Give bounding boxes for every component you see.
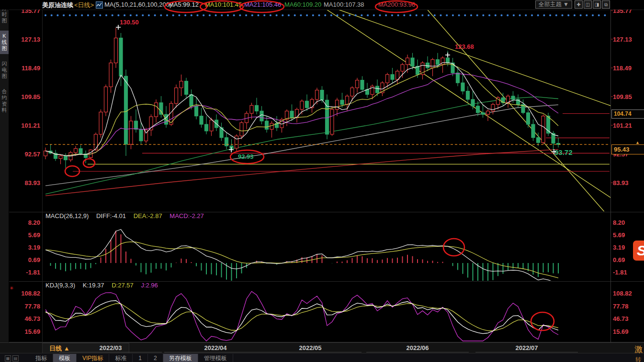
month-label: 2022/05 (299, 344, 322, 351)
month-underline (259, 352, 362, 352)
toolbar-divider (0, 10, 644, 10)
month-label: 2022/04 (204, 344, 227, 351)
kdj-axis-label: 15.69 (613, 328, 629, 335)
bottom-tab-另存模板[interactable]: 另存模板 (163, 354, 198, 362)
extreme-price-label: 130.50 (120, 19, 139, 26)
kdj-header: KDJ(9,3,3) K:19.37 D:27.57 J:2.96 (45, 282, 164, 289)
macd-axis-label: 8.20 (9, 219, 40, 226)
kdj-axis-label: 15.69 (9, 328, 40, 335)
macd-axis-label: 3.19 (613, 243, 625, 251)
bottom-tab-VIP指标[interactable]: VIP指标 (77, 354, 109, 362)
macd-axis-label: -1.81 (9, 268, 40, 275)
macd-axis-label: 5.69 (613, 231, 625, 238)
popout-window-icon[interactable]: ⧉ (602, 0, 610, 9)
floating-button-2[interactable]: 转 (635, 356, 641, 362)
price-axis-label: 118.49 (9, 65, 40, 72)
macd-panel[interactable] (42, 213, 610, 280)
macd-diff-value: DIFF:-4.01 (96, 212, 126, 219)
period-up-arrow-icon: ▲ (64, 345, 70, 352)
kdj-axis-label: 77.78 (9, 302, 40, 309)
bottom-tabs: 指标模板VIP指标标准12另存模板管理模板 (30, 353, 233, 362)
macd-axis-label: 8.20 (613, 219, 625, 226)
current-price-tag: 95.43 (611, 144, 644, 154)
kdj-d-value: D:27.57 (112, 282, 134, 289)
month-label: 2022/07 (516, 344, 538, 351)
macd-axis-label: 0.69 (613, 256, 625, 263)
kdj-settings-icon[interactable]: ✳ (10, 285, 13, 291)
month-underline (59, 352, 162, 352)
time-axis-bar: 日线 ▲ 2022/032022/042022/052022/062022/07 (0, 342, 644, 353)
price-axis-label: 118.49 (613, 65, 632, 72)
grid-layout-icon[interactable]: ▦ (5, 355, 11, 362)
sidebar-tab-合约资料[interactable]: 合约资料 (0, 86, 9, 116)
sidebar-tab-K线图[interactable]: K线图 (0, 31, 9, 54)
theme-dropdown-label: 全部主题 (539, 1, 562, 8)
main-chart-panel[interactable] (42, 10, 610, 212)
kdj-axis-label: 108.82 (613, 290, 632, 297)
price-axis-label: 92.57 (9, 151, 40, 158)
price-axis-label: 101.21 (9, 122, 40, 129)
kdj-axis-label: 77.78 (613, 302, 629, 309)
period-label: 日线 (49, 345, 62, 352)
kdj-panel[interactable] (42, 282, 610, 341)
price-tag-10474: 104.74 (611, 110, 644, 119)
split-window-icon[interactable]: ◨ (593, 0, 601, 9)
month-underline (366, 352, 469, 352)
price-axis-label: 109.85 (9, 93, 40, 100)
kdj-j-value: J:2.96 (141, 282, 158, 289)
bottom-tab-bar: ▦ ▤ 指标模板VIP指标标准12另存模板管理模板 (0, 353, 644, 362)
price-axis-label: 83.93 (9, 179, 40, 186)
kdj-k-value: K:19.37 (83, 282, 104, 289)
left-sidebar: 分时图K线图闪电图合约资料 (0, 0, 9, 342)
left-axis-line (42, 10, 43, 342)
ma-value-label: MA100:107.38 (324, 1, 364, 8)
kdj-axis-label: 46.73 (9, 315, 40, 322)
bottom-tab-2[interactable]: 2 (148, 354, 163, 362)
crosshair-icon[interactable]: ✚ (575, 0, 583, 9)
extreme-price-label: 93.72 (554, 148, 573, 156)
macd-title: MACD(26,12,9) (45, 212, 89, 219)
kline-chart-icon (96, 1, 103, 9)
month-underline (475, 352, 578, 352)
bottom-tab-指标[interactable]: 指标 (30, 354, 53, 362)
floating-s-badge[interactable]: S (633, 241, 644, 261)
trading-app-window: 美原油连续 <日线> MA(5,10,21,60,100,200) MA5:99… (0, 0, 644, 362)
macd-header: MACD(26,12,9) DIFF:-4.01 DEA:-2.87 MACD:… (45, 212, 210, 219)
price-axis-label: 127.13 (9, 36, 40, 43)
tile-window-icon[interactable]: ◫ (584, 0, 592, 9)
extreme-price-label: 123.68 (455, 43, 474, 50)
macd-axis-label: -1.81 (613, 268, 627, 275)
kdj-title: KDJ(9,3,3) (45, 282, 75, 289)
bottom-tab-标准[interactable]: 标准 (109, 354, 133, 362)
macd-axis-label: 3.19 (9, 243, 40, 251)
ma-value-label: MA5:99.12 (169, 1, 199, 8)
macd-macd-value: MACD:-2.27 (169, 212, 204, 219)
kdj-axis-label: 46.73 (613, 315, 629, 322)
bottom-tab-管理模板[interactable]: 管理模板 (198, 354, 233, 362)
month-label: 2022/06 (407, 344, 429, 351)
month-underline (164, 352, 267, 352)
bottom-tab-模板[interactable]: 模板 (53, 354, 77, 362)
sidebar-tab-闪电图[interactable]: 闪电图 (0, 58, 9, 82)
ma-value-label: MA200:93.96 (378, 1, 415, 8)
floating-button-1[interactable]: 激 (634, 344, 643, 355)
right-axis-line (610, 10, 611, 342)
price-axis-label: 101.21 (613, 122, 632, 129)
macd-axis-label: 0.69 (9, 256, 40, 263)
list-layout-icon[interactable]: ▤ (12, 355, 19, 362)
ma-params-label: MA(5,10,21,60,100,200) (104, 1, 171, 8)
ma-value-label: MA21:105.46 (244, 1, 281, 8)
top-toolbar: 美原油连续 <日线> MA(5,10,21,60,100,200) MA5:99… (0, 0, 644, 10)
ma-value-label: MA10:101.45 (205, 1, 242, 8)
theme-dropdown-button[interactable]: 全部主题 ▼ (535, 0, 572, 9)
period-selector[interactable]: <日线> (74, 1, 94, 10)
extreme-price-label: 92.93 (238, 153, 254, 160)
price-axis-label: 109.85 (613, 93, 632, 100)
symbol-name[interactable]: 美原油连续 (42, 1, 73, 10)
chevron-down-icon: ▼ (563, 1, 569, 8)
current-price-arrow-icon: ▲ (635, 140, 640, 145)
ma-value-label: MA60:109.20 (284, 1, 321, 8)
macd-dea-value: DEA:-2.87 (134, 212, 162, 219)
bottom-tab-1[interactable]: 1 (133, 354, 148, 362)
price-axis-label: 83.93 (613, 179, 629, 186)
